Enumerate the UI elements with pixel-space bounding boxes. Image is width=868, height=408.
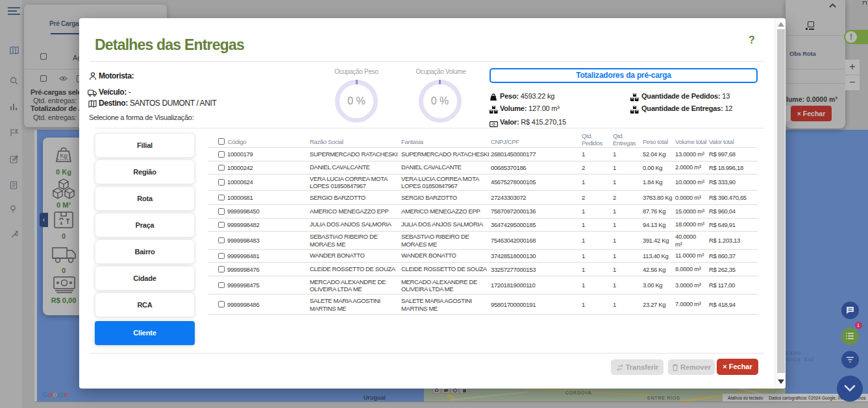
svg-text:Kg: Kg — [60, 152, 67, 159]
